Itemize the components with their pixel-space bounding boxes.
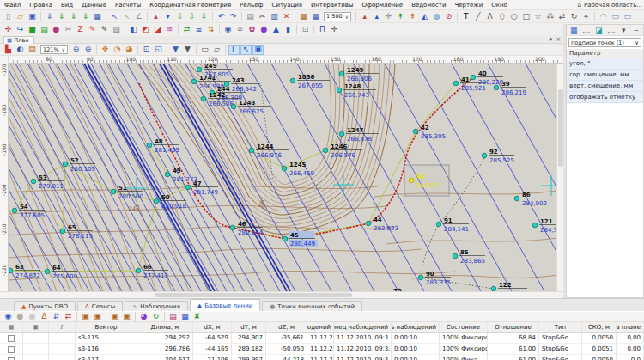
angle-tool-icon[interactable]: Λ <box>484 11 495 21</box>
menu-оформление[interactable]: Оформление <box>357 1 407 9</box>
zoom-all-icon[interactable]: ◱ <box>153 45 164 55</box>
column-header-type[interactable]: Тип <box>539 322 582 332</box>
panel-style-icon[interactable]: ◪ <box>593 25 605 35</box>
menu-правка[interactable]: Правка <box>25 1 57 9</box>
plan-map-svg[interactable]: 240280249267,8051741266,938243266,542244… <box>9 64 556 291</box>
table-edit-icon[interactable]: ▦ <box>310 11 321 21</box>
zoom-out-icon[interactable]: ⊖ <box>70 45 82 55</box>
table-row[interactable]: s3-115294,292-64,529294,907-35,66111.12.… <box>0 333 644 344</box>
region-fill-icon[interactable]: ◪ <box>152 25 163 35</box>
bulb-off-icon[interactable]: ● <box>27 312 38 322</box>
text-tool-icon[interactable]: T <box>460 11 471 21</box>
filter-layers-icon[interactable]: ▼ <box>182 45 193 55</box>
find-icon[interactable]: ◉ <box>3 312 14 322</box>
toggle-cursor-icon[interactable]: ↖ <box>240 45 252 55</box>
panel-minimize-icon[interactable]: ‒ <box>631 25 642 35</box>
circle-tool-icon[interactable]: ○ <box>508 11 519 21</box>
delete-icon[interactable]: ✕ <box>281 11 292 21</box>
measure-icon[interactable]: ∠ <box>133 11 144 21</box>
tab-базовые-линии[interactable]: ▲Базовые линии <box>190 299 260 311</box>
column-header-ratio[interactable]: Отношение <box>488 322 539 332</box>
network-adjust-icon[interactable]: ✛ <box>383 11 394 21</box>
tab-пункты-пво[interactable]: ▲Пункты ПВО <box>14 301 76 311</box>
menu-расчеты[interactable]: Расчеты <box>111 1 145 9</box>
column-header-plan_error[interactable]: ошибка в плане <box>617 322 644 332</box>
select-column-icon[interactable]: ▦ <box>0 322 23 332</box>
points-group-icon[interactable]: ⁂ <box>544 11 556 21</box>
parameter-row[interactable]: угол, ° <box>567 58 643 70</box>
column-header-dy[interactable]: dY, м <box>232 322 266 332</box>
toggle-frame-icon[interactable]: ▣ <box>252 45 264 55</box>
arrows-green-icon[interactable]: ⇄ <box>181 25 192 35</box>
menu-координатная-геометрия[interactable]: Координатная геометрия <box>145 1 235 9</box>
attach-column-icon[interactable]: ℓ <box>49 322 76 332</box>
tab-точки-внешних-событий[interactable]: ●Точки внешних событий <box>262 301 362 311</box>
paste-icon[interactable]: ▤ <box>245 11 256 21</box>
panel-grid-icon[interactable]: ▦ <box>568 25 580 35</box>
glasses-icon[interactable]: ∞ <box>234 25 246 35</box>
snap-icon[interactable]: ⌖ <box>580 11 592 21</box>
scale-select[interactable]: 1:500∨ <box>324 12 351 21</box>
toggle-ortho-icon[interactable]: Γ <box>228 45 240 55</box>
toggle-table-b-icon[interactable]: ▣ <box>92 312 103 322</box>
surface-edit-icon[interactable]: ▤ <box>39 25 50 35</box>
antenna-icon[interactable]: ↟ <box>395 11 406 21</box>
export-excel-icon[interactable]: ✘ <box>191 312 203 322</box>
open-folder-icon[interactable]: ▱ <box>15 11 26 21</box>
zoom-in-icon[interactable]: ⊕ <box>82 45 94 55</box>
pan-hand-icon[interactable]: ✥ <box>100 45 111 55</box>
lines-magenta-icon[interactable]: ≋ <box>164 25 175 35</box>
pointer-icon[interactable]: ↖ <box>109 11 120 21</box>
filter-points-icon[interactable]: ▼ <box>170 45 181 55</box>
column-header-dz[interactable]: dZ, м <box>266 322 307 332</box>
export-dxf-icon[interactable]: ⇩ <box>186 11 197 21</box>
panel-dots2-icon[interactable]: … <box>606 25 617 35</box>
tab-сеансы[interactable]: ΛСеансы <box>77 301 123 311</box>
region-circle-icon[interactable]: ● <box>51 25 62 35</box>
import-xyz-icon[interactable]: ⇓ <box>80 11 91 21</box>
point-labels-dropdown[interactable]: подписи точек (1) ∨ <box>568 38 641 47</box>
column-header-vector[interactable]: Вектор <box>76 322 137 332</box>
rotate-icon[interactable]: ↻ <box>568 11 580 21</box>
tower-icon[interactable]: ⇞ <box>407 11 418 21</box>
cut-surface-icon[interactable]: ✂ <box>63 25 74 35</box>
menu-интерактивы[interactable]: Интерактивы <box>307 1 357 9</box>
select-poly-icon[interactable]: ▱ <box>211 45 222 55</box>
row-checkbox[interactable] <box>8 346 15 353</box>
ellipse-tool-icon[interactable]: ⬯ <box>496 11 507 21</box>
rectangle-tool-icon[interactable]: □ <box>520 11 532 21</box>
panel-chevron-icon[interactable]: ▾ <box>618 25 629 35</box>
bulb-on-icon[interactable]: ● <box>15 312 26 322</box>
zoom-window-icon[interactable]: ⊡ <box>141 45 152 55</box>
parameter-row[interactable]: верт. смещение, мм <box>567 81 643 92</box>
panel-a-icon[interactable]: ▭ <box>610 11 621 21</box>
panel-b-icon[interactable]: ▭ <box>622 11 633 21</box>
panel-dots-icon[interactable]: … <box>581 25 592 35</box>
column-header-sko[interactable]: СКО, м <box>582 322 617 332</box>
plan-home-icon[interactable]: ▙ <box>3 45 14 55</box>
gate-tool-icon[interactable]: Π <box>317 25 328 35</box>
gps-rover-icon[interactable]: ▴ <box>371 11 382 21</box>
pencil-red-icon[interactable]: ✎ <box>87 25 98 35</box>
sphere-icon[interactable]: ● <box>258 25 270 35</box>
mark-updown-icon[interactable]: ⇵ <box>51 312 62 322</box>
dimension-icon[interactable]: ⇄ <box>556 11 568 21</box>
lasso-icon[interactable]: ◠ <box>598 11 609 21</box>
add-curve-icon[interactable]: ↪ <box>15 25 26 35</box>
z-level-icon[interactable]: Z <box>75 25 86 35</box>
move-cross-icon[interactable]: ✛ <box>329 25 340 35</box>
globe-icon[interactable]: ◍ <box>431 11 442 21</box>
link-icon[interactable]: ⊘ <box>443 11 454 21</box>
import-xml-icon[interactable]: ⇓ <box>56 11 67 21</box>
toggle-table-c-icon[interactable]: ▣ <box>109 312 120 322</box>
tab-plan[interactable]: ▦ План <box>3 36 34 44</box>
layer-manager-icon[interactable]: ▤ <box>27 45 38 55</box>
parameter-row[interactable]: отображать отметку <box>567 92 643 103</box>
surface-icon[interactable]: ◭ <box>419 11 430 21</box>
hatch-icon[interactable]: ▨ <box>111 25 122 35</box>
import-table-icon[interactable]: ▦ <box>92 11 103 21</box>
grid-view-icon[interactable]: ▦ <box>179 312 191 322</box>
zoom-select[interactable]: 121%∨ <box>40 45 68 54</box>
column-header-duration[interactable]: длительность наблюдений <box>392 322 440 332</box>
workspace-area[interactable]: ⌂ Рабочая область... <box>577 2 644 9</box>
